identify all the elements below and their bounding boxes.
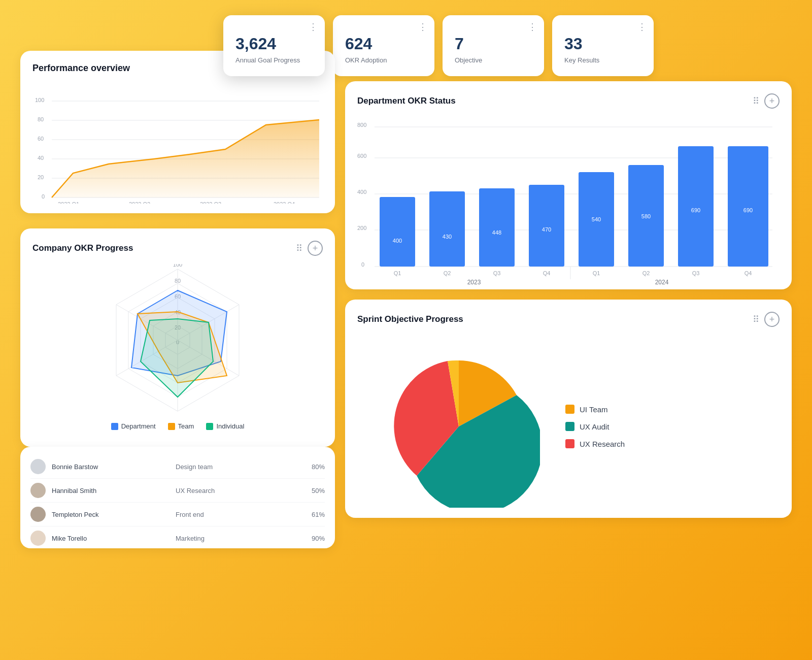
ui-team-label: UI Team [580, 405, 608, 414]
person-name: Hannibal Smith [52, 487, 170, 494]
stat-card-objective: ⋮ 7 Objective [443, 15, 544, 76]
svg-text:Q1: Q1 [593, 270, 600, 276]
svg-text:100: 100 [173, 264, 182, 268]
key-results-label: Key Results [564, 56, 641, 64]
team-label: Team [178, 422, 194, 430]
avatar [30, 507, 46, 522]
dept-card-actions: ⠿ + [753, 93, 780, 109]
stat-card-annual-goal: ⋮ 3,624 Annual Goal Progress [223, 15, 325, 76]
bar-chart: 0 200 400 600 800 400 Q1 430 Q2 448 [357, 117, 773, 284]
pie-chart-wrap: UI Team UX Audit UX Research [357, 335, 780, 518]
svg-text:448: 448 [492, 229, 501, 236]
svg-text:2022 Q3: 2022 Q3 [200, 201, 221, 204]
person-name: Bonnie Barstow [52, 463, 170, 471]
svg-text:2022 Q1: 2022 Q1 [58, 201, 79, 204]
svg-text:Q3: Q3 [692, 270, 700, 276]
objective-label: Objective [455, 56, 532, 64]
pie-chart [378, 345, 540, 508]
sprint-grid-icon[interactable]: ⠿ [753, 314, 759, 325]
svg-text:Q3: Q3 [493, 270, 501, 276]
team-dot [168, 423, 175, 430]
legend-team: Team [168, 422, 194, 430]
sprint-card-actions: ⠿ + [753, 312, 780, 327]
table-row: Mike Torello Marketing 90% [30, 526, 325, 548]
svg-text:470: 470 [542, 226, 551, 233]
svg-text:Q2: Q2 [642, 270, 650, 276]
menu-dots-okr[interactable]: ⋮ [418, 21, 427, 32]
ux-audit-dot [565, 422, 574, 431]
svg-rect-56 [529, 185, 564, 267]
svg-text:430: 430 [443, 234, 452, 240]
pie-legend: UI Team UX Audit UX Research [565, 405, 625, 448]
dashboard: ⋮ 3,624 Annual Goal Progress ⋮ 624 OKR A… [0, 0, 812, 660]
sprint-objective-card: Sprint Objective Progress ⠿ + [345, 300, 792, 518]
svg-rect-53 [479, 188, 515, 267]
people-table-card: Bonnie Barstow Design team 80% Hannibal … [20, 447, 335, 548]
person-name: Mike Torello [52, 535, 170, 542]
okr-card-title: Company OKR Progress [32, 243, 133, 253]
okr-adoption-label: OKR Adoption [345, 56, 422, 64]
svg-text:580: 580 [641, 213, 651, 219]
svg-text:2024: 2024 [655, 279, 669, 284]
svg-text:540: 540 [592, 216, 601, 222]
person-name: Templeton Peck [52, 511, 170, 518]
dept-label: Department [121, 422, 156, 430]
dept-grid-icon[interactable]: ⠿ [753, 95, 759, 107]
svg-text:800: 800 [357, 122, 366, 128]
dept-dot [111, 423, 118, 430]
menu-dots-objective[interactable]: ⋮ [528, 21, 537, 32]
dept-card-header: Department OKR Status ⠿ + [357, 93, 780, 109]
stat-cards-container: ⋮ 3,624 Annual Goal Progress ⋮ 624 OKR A… [223, 15, 654, 76]
pie-legend-ux-audit: UX Audit [565, 422, 625, 431]
svg-text:400: 400 [393, 238, 402, 244]
ux-research-label: UX Research [580, 440, 625, 448]
sprint-add-button[interactable]: + [764, 312, 780, 327]
svg-rect-47 [380, 197, 415, 267]
person-pct: 80% [299, 463, 325, 471]
dept-card-title: Department OKR Status [357, 96, 456, 106]
person-dept: Design team [176, 463, 293, 471]
okr-card-header: Company OKR Progress ⠿ + [32, 241, 323, 256]
ux-audit-label: UX Audit [580, 422, 609, 431]
dept-add-button[interactable]: + [764, 93, 780, 109]
person-pct: 50% [299, 487, 325, 494]
svg-text:Q2: Q2 [444, 270, 451, 276]
radar-chart: 100 80 60 40 20 0 [61, 264, 294, 416]
svg-text:Q4: Q4 [745, 270, 752, 276]
svg-text:2022 Q4: 2022 Q4 [274, 201, 295, 204]
stat-card-key-results: ⋮ 33 Key Results [552, 15, 654, 76]
svg-text:400: 400 [357, 189, 366, 195]
svg-text:Q1: Q1 [394, 270, 401, 276]
pie-legend-ux-research: UX Research [565, 439, 625, 448]
svg-text:690: 690 [743, 207, 753, 213]
performance-chart: 0 20 40 60 80 100 [32, 82, 322, 204]
person-pct: 90% [299, 535, 325, 542]
person-dept: Front end [176, 511, 293, 518]
person-dept: UX Research [176, 487, 293, 494]
table-row: Bonnie Barstow Design team 80% [30, 455, 325, 479]
avatar [30, 483, 46, 498]
objective-value: 7 [455, 35, 532, 53]
menu-dots-annual[interactable]: ⋮ [309, 21, 318, 32]
annual-goal-label: Annual Goal Progress [235, 56, 313, 64]
svg-text:690: 690 [691, 207, 700, 213]
svg-rect-68 [728, 146, 768, 267]
svg-text:0: 0 [42, 193, 45, 200]
svg-text:Q4: Q4 [543, 270, 551, 276]
avatar [30, 459, 46, 474]
radar-chart-wrap: 100 80 60 40 20 0 [32, 264, 323, 437]
okr-grid-icon[interactable]: ⠿ [296, 243, 302, 254]
svg-text:100: 100 [35, 97, 44, 103]
pie-legend-ui-team: UI Team [565, 405, 625, 414]
company-okr-card: Company OKR Progress ⠿ + 100 80 60 40 20… [20, 228, 335, 447]
radar-legend: Department Team Individual [111, 422, 245, 430]
legend-department: Department [111, 422, 156, 430]
ui-team-dot [565, 405, 574, 414]
annual-goal-value: 3,624 [235, 35, 313, 53]
svg-rect-65 [678, 146, 714, 267]
svg-text:600: 600 [357, 153, 366, 159]
dept-okr-card: Department OKR Status ⠿ + 0 200 400 600 … [345, 81, 792, 289]
okr-add-button[interactable]: + [308, 241, 323, 256]
stat-card-okr-adoption: ⋮ 624 OKR Adoption [333, 15, 434, 76]
menu-dots-key-results[interactable]: ⋮ [637, 21, 647, 32]
